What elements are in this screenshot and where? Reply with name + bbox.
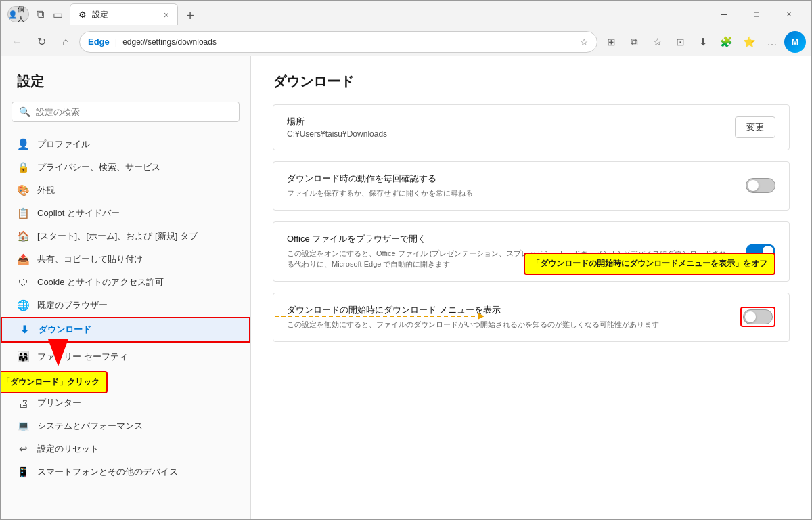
home-button[interactable]: ⌂ xyxy=(55,31,76,53)
copilot-icon: 📋 xyxy=(17,207,29,219)
sidebar-item-appearance[interactable]: 🎨 外観 xyxy=(1,179,250,202)
location-content: 場所 C:¥Users¥taisu¥Downloads xyxy=(287,116,735,139)
location-label: 場所 xyxy=(287,116,721,128)
downloads-icon: ⬇ xyxy=(18,324,30,336)
downloads-area: ⬇ ダウンロード 「ダウンロード」クリック xyxy=(1,317,250,343)
tabs-area: ⚙ 設定 × + xyxy=(70,3,708,25)
sidebar-title: 設定 xyxy=(1,72,250,102)
sidebar-item-label-profile: プロファイル xyxy=(37,138,234,150)
sidebar-item-label-share: 共有、コピーして貼り付け xyxy=(37,253,234,265)
address-separator: | xyxy=(115,37,117,47)
settings-menu-icon[interactable]: … xyxy=(761,31,783,53)
add-favorite-icon[interactable]: ☆ xyxy=(646,31,668,53)
sidebar-item-copilot[interactable]: 📋 Copilot とサイドバー xyxy=(1,202,250,225)
address-url: edge://settings/downloads xyxy=(122,37,574,47)
sidebar-item-newtab[interactable]: 🏠 [スタート]、[ホーム]、および [新規] タブ xyxy=(1,225,250,248)
ask-each-time-title: ダウンロード時の動作を毎回確認する xyxy=(287,173,732,185)
sidebar-item-label-privacy: プライバシー、検索、サービス xyxy=(37,161,234,173)
tab-close-button[interactable]: × xyxy=(164,9,169,20)
sidebar-item-label-system: システムとパフォーマンス xyxy=(37,420,234,432)
tab-title: 設定 xyxy=(92,9,108,20)
ask-each-time-desc: ファイルを保存するか、保存せずに開くかを常に尋ねる xyxy=(287,188,732,199)
sidebar-item-system[interactable]: 💻 システムとパフォーマンス xyxy=(1,414,250,437)
newtab-icon: 🏠 xyxy=(17,230,29,242)
sidebar-item-share[interactable]: 📤 共有、コピーして貼り付け xyxy=(1,248,250,271)
sidebar-item-label-reset: 設定のリセット xyxy=(37,443,234,455)
show-download-menu-title: ダウンロードの開始時にダウンロード メニューを表示 xyxy=(287,304,727,316)
ask-each-time-content: ダウンロード時の動作を毎回確認する ファイルを保存するか、保存せずに開くかを常に… xyxy=(287,173,746,199)
location-section: 場所 C:¥Users¥taisu¥Downloads 変更 xyxy=(273,104,790,150)
extensions-icon[interactable]: 🧩 xyxy=(715,31,737,53)
sidebar-item-family[interactable]: 👨‍👩‍👧 ファミリー セーフティ xyxy=(1,345,250,368)
profile-label: 個人 xyxy=(18,5,28,24)
location-path: C:¥Users¥taisu¥Downloads xyxy=(287,129,721,139)
sidebar-item-label-printer: プリンター xyxy=(37,397,234,409)
tab-settings-icon: ⚙ xyxy=(78,9,87,20)
location-row: 場所 C:¥Users¥taisu¥Downloads 変更 xyxy=(273,105,789,150)
sidebar-item-label-cookies: Cookie とサイトのアクセス許可 xyxy=(37,276,234,288)
collections-icon[interactable]: ⧉ xyxy=(33,7,47,21)
change-location-button[interactable]: 変更 xyxy=(735,116,775,138)
toggle-callout: 「ダウンロードの開始時にダウンロードメニューを表示」をオフ xyxy=(524,253,775,275)
default-browser-icon: 🌐 xyxy=(17,299,29,311)
address-bar[interactable]: Edge | edge://settings/downloads ☆ xyxy=(79,31,597,53)
sidebar-nav: 👤 プロファイル 🔒 プライバシー、検索、サービス 🎨 外観 📋 Copilot… xyxy=(1,133,250,519)
refresh-button[interactable]: ↻ xyxy=(30,31,52,53)
sidebar-item-printer[interactable]: 🖨 プリンター xyxy=(1,391,250,414)
maximize-button[interactable]: □ xyxy=(741,3,772,25)
download-icon[interactable]: ⬇ xyxy=(692,31,714,53)
page-title: ダウンロード xyxy=(273,72,790,91)
profile-icon: 👤 xyxy=(8,10,18,19)
tab-search-icon[interactable]: ⧉ xyxy=(623,31,645,53)
show-download-menu-row: ダウンロードの開始時にダウンロード メニューを表示 この設定を無効にすると、ファ… xyxy=(273,293,789,342)
profile-nav-icon: 👤 xyxy=(17,138,29,150)
sidebar-item-reset[interactable]: ↩ 設定のリセット xyxy=(1,437,250,460)
show-download-menu-toggle-thumb xyxy=(745,311,756,322)
edge-brand-logo: Edge xyxy=(88,37,110,47)
sidebar-item-label-default-browser: 既定のブラウザー xyxy=(37,299,234,311)
active-tab[interactable]: ⚙ 設定 × xyxy=(70,3,178,25)
search-box[interactable]: 🔍 xyxy=(12,102,240,122)
system-icon: 💻 xyxy=(17,420,29,432)
open-office-title: Office ファイルをブラウザーで開く xyxy=(287,233,732,245)
collections-icon[interactable]: ⊡ xyxy=(669,31,691,53)
sidebar-item-default-browser[interactable]: 🌐 既定のブラウザー xyxy=(1,294,250,317)
toggle-highlight-box xyxy=(740,307,775,327)
browser-essentials-icon[interactable]: ⭐ xyxy=(738,31,760,53)
svg-marker-0 xyxy=(48,339,68,366)
search-input[interactable] xyxy=(36,107,232,117)
show-download-menu-section: ダウンロードの開始時にダウンロード メニューを表示 この設定を無効にすると、ファ… xyxy=(273,292,790,343)
split-screen-icon[interactable]: ⊞ xyxy=(600,31,622,53)
sidebar-item-label-newtab: [スタート]、[ホーム]、および [新規] タブ xyxy=(37,230,234,242)
sidebar-item-privacy[interactable]: 🔒 プライバシー、検索、サービス xyxy=(1,156,250,179)
copilot-button[interactable]: M xyxy=(784,31,806,53)
minimize-button[interactable]: ─ xyxy=(708,3,740,25)
new-tab-button[interactable]: + xyxy=(181,6,200,25)
favorite-icon[interactable]: ☆ xyxy=(580,37,589,47)
search-icon: 🔍 xyxy=(19,106,30,117)
close-button[interactable]: × xyxy=(773,3,805,25)
sidebar-item-label-mobile: スマートフォンとその他のデバイス xyxy=(37,466,234,478)
sidebar: 設定 🔍 👤 プロファイル 🔒 プライバシー、検索、サービス 🎨 外観 xyxy=(1,56,251,519)
nav-bar: ← ↻ ⌂ Edge | edge://settings/downloads ☆… xyxy=(1,28,811,56)
privacy-icon: 🔒 xyxy=(17,161,29,173)
sidebar-item-label-copilot: Copilot とサイドバー xyxy=(37,207,234,219)
sidebar-item-profile[interactable]: 👤 プロファイル xyxy=(1,133,250,156)
vertical-tabs-icon[interactable]: ▭ xyxy=(51,7,64,21)
downloads-callout: 「ダウンロード」クリック xyxy=(1,371,108,393)
sidebar-item-mobile[interactable]: 📱 スマートフォンとその他のデバイス xyxy=(1,460,250,483)
cookies-icon: 🛡 xyxy=(17,276,29,288)
title-bar-left: 👤 個人 ⧉ ▭ xyxy=(7,6,64,22)
sidebar-item-cookies[interactable]: 🛡 Cookie とサイトのアクセス許可 xyxy=(1,271,250,294)
profile-button[interactable]: 👤 個人 xyxy=(7,6,29,22)
back-button[interactable]: ← xyxy=(6,31,28,53)
ask-each-time-toggle[interactable] xyxy=(746,178,775,193)
window-controls: ─ □ × xyxy=(708,3,805,25)
family-icon: 👨‍👩‍👧 xyxy=(17,351,29,363)
sidebar-item-label-appearance: 外観 xyxy=(37,184,234,196)
settings-content: ダウンロード 場所 C:¥Users¥taisu¥Downloads 変更 ダウ… xyxy=(251,56,811,519)
mobile-icon: 📱 xyxy=(17,466,29,478)
show-download-menu-toggle[interactable] xyxy=(743,309,773,324)
sidebar-item-downloads[interactable]: ⬇ ダウンロード xyxy=(1,317,250,343)
ask-each-time-section: ダウンロード時の動作を毎回確認する ファイルを保存するか、保存せずに開くかを常に… xyxy=(273,161,790,211)
